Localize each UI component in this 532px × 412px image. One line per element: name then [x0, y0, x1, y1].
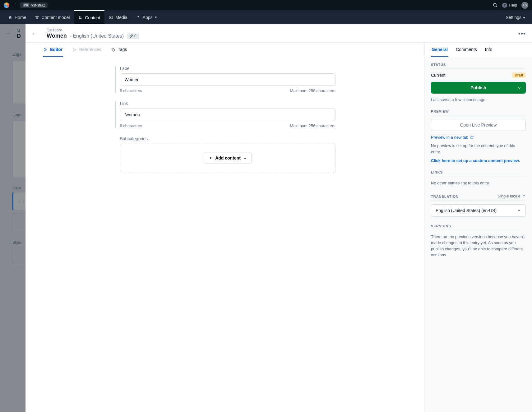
nav-content-model[interactable]: Content model [30, 10, 74, 24]
contentful-logo-icon[interactable] [4, 2, 9, 8]
chevron-down-icon: ▾ [523, 15, 525, 20]
space-tag: VU [23, 3, 30, 7]
avatar[interactable]: LS [521, 2, 528, 9]
content-icon [78, 15, 83, 20]
chevron-down-icon: ▾ [155, 15, 157, 20]
media-icon [109, 15, 113, 20]
help-link[interactable]: ? Help [502, 3, 517, 8]
nav-settings[interactable]: Settings ▾ [502, 10, 528, 24]
svg-line-6 [37, 17, 38, 18]
apps-icon [136, 15, 141, 20]
nav-home[interactable]: Home [4, 10, 30, 24]
top-bar: ≡ VU vsf-sfui2 ? Help LS [0, 0, 532, 10]
content-model-icon [35, 15, 39, 20]
menu-icon[interactable]: ≡ [12, 2, 16, 8]
nav-apps[interactable]: Apps ▾ [132, 10, 161, 24]
svg-point-0 [493, 3, 496, 6]
svg-point-4 [37, 18, 38, 19]
nav-content[interactable]: Content [74, 10, 104, 24]
nav-media[interactable]: Media [104, 10, 132, 24]
home-icon [8, 15, 12, 20]
svg-line-5 [37, 17, 37, 18]
space-selector[interactable]: VU vsf-sfui2 [20, 2, 48, 8]
svg-line-1 [496, 6, 497, 7]
help-icon: ? [502, 3, 507, 8]
space-name: vsf-sfui2 [31, 3, 45, 7]
search-icon[interactable] [493, 2, 498, 8]
main-nav: Home Content model Content Media Apps ▾ … [0, 10, 532, 24]
